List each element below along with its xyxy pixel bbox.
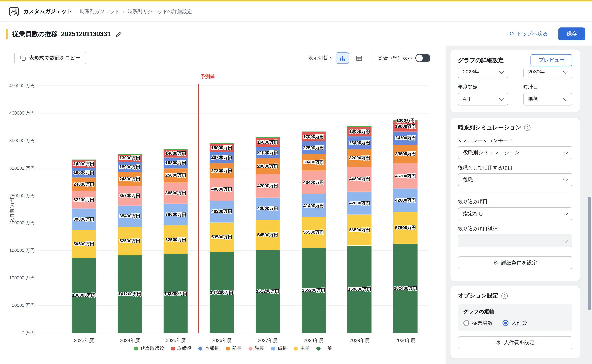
legend-item[interactable]: 主任	[294, 345, 309, 351]
help-icon[interactable]: ?	[524, 124, 531, 131]
bar-value-label: 143200万円	[164, 291, 187, 296]
bar-value-label: 57500万円	[395, 225, 416, 231]
simulation-mode-select[interactable]: 役職別シミュレーション	[458, 146, 572, 159]
table-icon	[356, 55, 363, 62]
table-view-button[interactable]	[352, 52, 366, 64]
legend-item[interactable]: 課長	[248, 345, 264, 351]
bar-segment[interactable]	[347, 126, 372, 126]
bar-value-label: 41400万円	[303, 203, 324, 208]
vertical-axis-radio-group: 従業員数 人件費	[463, 320, 567, 326]
toggle-knob	[416, 55, 423, 62]
legend-item[interactable]: 本部長	[198, 345, 219, 351]
bar-segment[interactable]	[118, 154, 142, 155]
start-year-value: 2023年	[463, 70, 479, 76]
breadcrumb-item-timeseries-gadget[interactable]: 時系列ガジェット	[80, 8, 120, 15]
x-axis-label: 2026年度	[212, 337, 232, 344]
help-icon[interactable]: ?	[501, 293, 508, 299]
y-tick-label: 300000 万円	[0, 165, 35, 171]
start-year-select[interactable]: 2023年	[458, 70, 508, 79]
bar-segment[interactable]	[256, 137, 280, 138]
forecast-line	[198, 84, 199, 333]
page-title: 従業員数の推移_20251201130331	[13, 30, 111, 38]
radio-labor-cost[interactable]: 人件費	[502, 320, 527, 326]
legend-dot	[271, 346, 275, 351]
pencil-icon	[116, 31, 122, 38]
bar-segment[interactable]	[209, 143, 234, 144]
aggregation-day-select[interactable]: 期初	[523, 93, 572, 106]
advanced-conditions-button[interactable]: ⚙ 詳細条件を設定	[458, 256, 572, 269]
bar-value-label: 53500万円	[211, 234, 232, 240]
bar-value-label: 40600万円	[211, 187, 232, 192]
bar-segment[interactable]	[301, 131, 326, 132]
bar-value-label: 33600万円	[395, 151, 416, 157]
legend-label: 本部長	[205, 345, 219, 351]
bar-value-label: 155200万円	[302, 287, 325, 293]
bar-value-label: 147200万円	[210, 290, 233, 295]
vertical-axis-label: グラフの縦軸	[463, 308, 567, 315]
scrollbar-thumb[interactable]	[588, 197, 591, 310]
bar-value-label: 55500万円	[303, 229, 324, 235]
legend-item[interactable]: 取締役	[171, 345, 192, 351]
preview-button[interactable]: プレビュー	[531, 54, 572, 66]
view-switch-label: 表示切替：	[308, 55, 333, 62]
bar-segment[interactable]	[72, 160, 96, 160]
year-start-select[interactable]: 4月	[458, 93, 508, 106]
bar-value-label: 56500万円	[349, 227, 370, 233]
bar-segment[interactable]	[164, 149, 188, 150]
percent-display-toggle[interactable]	[415, 54, 431, 62]
bar-value-label: 23400万円	[349, 140, 370, 146]
bar-value-label: 28800万円	[257, 164, 278, 169]
bar-value-label: 18000万円	[74, 170, 94, 176]
chart-canvas: 0 万円50000 万円100000 万円150000 万円200000 万円2…	[0, 46, 445, 364]
legend-item[interactable]: 一般	[316, 345, 332, 351]
bar-value-label: 39000万円	[74, 216, 94, 222]
chevron-down-icon	[563, 238, 568, 242]
y-tick-label: 400000 万円	[0, 110, 35, 116]
end-year-value: 2030年	[528, 70, 545, 76]
bar-chart-icon	[339, 55, 346, 62]
labor-cost-settings-button[interactable]: ⚙ 人件費を設定	[458, 336, 572, 349]
legend-dot	[134, 346, 138, 351]
legend-item[interactable]: 部長	[226, 345, 242, 351]
legend-item[interactable]: 代表取締役	[134, 345, 164, 351]
bar-value-label: 30400万円	[303, 159, 324, 165]
end-year-select[interactable]: 2030年	[523, 70, 572, 79]
back-to-top-label: トップへ戻る	[517, 31, 548, 38]
bar-value-label: 35700万円	[119, 193, 140, 198]
title-bar: 従業員数の推移_20251201130331 ↺ トップへ戻る 保存	[0, 22, 592, 46]
breadcrumb-item-custom-gadget[interactable]: カスタムガジェット	[23, 8, 72, 15]
legend-label: 代表取締役	[141, 345, 164, 351]
chevron-down-icon	[563, 70, 568, 74]
breadcrumb-separator-icon: ›	[123, 8, 124, 14]
simulation-mode-value: 役職別シミュレーション	[463, 149, 520, 156]
copy-icon	[20, 55, 26, 61]
role-field-select[interactable]: 役職	[458, 174, 572, 186]
bar-value-label: 24800万円	[119, 176, 140, 182]
graph-settings-title: グラフの詳細設定	[458, 57, 504, 64]
year-range-row-clipped: 2023年 2030年	[458, 70, 572, 79]
chevron-down-icon	[563, 177, 568, 181]
copy-table-values-button[interactable]: 表形式で数値をコピー	[14, 52, 86, 65]
fiscal-settings-row: 年度開始 4月 集計日 期初	[458, 84, 572, 105]
radio-employees[interactable]: 従業員数	[463, 320, 493, 326]
legend-label: 部長	[232, 345, 242, 351]
year-start-label: 年度開始	[458, 84, 508, 91]
radio-unchecked-icon	[463, 320, 469, 326]
edit-title-button[interactable]	[114, 29, 124, 39]
chevron-down-icon	[499, 96, 504, 101]
save-button[interactable]: 保存	[558, 27, 585, 40]
legend-dot	[316, 346, 320, 351]
bar-value-label: 44800万円	[349, 176, 370, 182]
legend-item[interactable]: 係長	[271, 345, 287, 351]
bar-value-label: 13000万円	[119, 155, 140, 161]
y-gridline	[38, 113, 429, 114]
bar-value-label: 42600万円	[395, 198, 416, 203]
bar-value-label: 162400万円	[394, 285, 417, 291]
bar-value-label: 40800万円	[257, 206, 278, 211]
bar-value-label: 21600万円	[257, 150, 278, 155]
chart-view-button[interactable]	[336, 52, 349, 64]
bar-value-label: 24000万円	[74, 181, 94, 187]
filter-select[interactable]: 指定なし	[458, 207, 572, 220]
bar-value-label: 19000万円	[395, 123, 416, 129]
back-to-top-link[interactable]: ↺ トップへ戻る	[509, 31, 548, 38]
